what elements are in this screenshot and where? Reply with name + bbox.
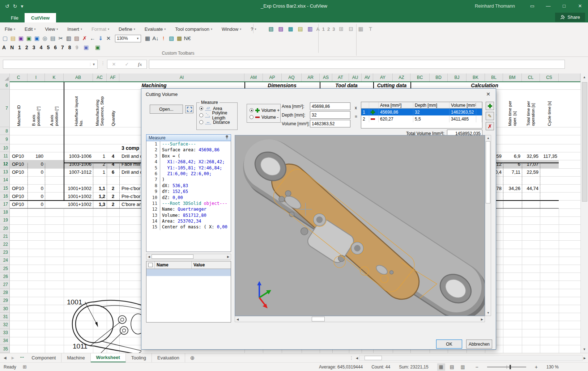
new-file-icon[interactable]: ▢ <box>1 35 9 42</box>
menu-tool-comparison[interactable]: Tool comparison▾ <box>175 26 212 32</box>
cell-C13[interactable]: OP10 <box>10 168 27 176</box>
scrollbar-thumb[interactable] <box>312 317 325 321</box>
row-header-29[interactable]: 29 <box>0 297 10 305</box>
cell-AF12[interactable]: 4 <box>107 160 119 168</box>
row-header-27[interactable]: 27 <box>0 281 10 288</box>
name-value-table[interactable]: Name Value <box>146 261 231 322</box>
row-header-20[interactable]: 20 <box>0 224 10 232</box>
scroll-right-icon[interactable]: ▶ <box>481 318 483 321</box>
row-header-17[interactable]: 17 <box>0 200 10 208</box>
menu-evaluate[interactable]: Evaluate▾ <box>145 26 166 32</box>
datasheet-time-icon[interactable]: ▧ <box>168 35 175 42</box>
mini-label-1[interactable]: 1 <box>322 26 325 32</box>
cell-BM12[interactable]: 6 <box>503 160 522 168</box>
row-header-16[interactable]: 16 <box>0 192 10 200</box>
toolbar-letter-8[interactable]: 8 <box>68 45 71 50</box>
scroll-right-icon[interactable]: ▶ <box>584 357 586 360</box>
zoom-combo[interactable]: 130%▼ <box>115 35 141 42</box>
cell-C15[interactable]: OP10 <box>10 184 27 192</box>
radio-polyline-length[interactable]: ⋱Polyline Length <box>199 112 237 119</box>
ribbon-tab-cutview[interactable]: CutView <box>25 13 56 22</box>
accessibility-icon[interactable]: ⊞ <box>23 364 27 370</box>
toolbar-letter-6[interactable]: 6 <box>54 45 57 50</box>
cell-AF16[interactable]: 2 <box>107 192 119 200</box>
scrollbar-thumb[interactable] <box>486 141 490 203</box>
column-header-BJ[interactable]: BJ <box>448 73 466 81</box>
column-header-AZ[interactable]: AZ <box>393 73 410 81</box>
row-header-31[interactable]: 31 <box>0 313 10 321</box>
link-data-icon[interactable]: ▩ <box>287 25 294 33</box>
sheet-horizontal-scrollbar[interactable]: ⋮ ◀ ▶ <box>349 353 588 363</box>
page-break-view-icon[interactable]: ▥ <box>459 363 467 371</box>
cell-I15[interactable]: 0 <box>27 184 45 192</box>
pin-icon[interactable] <box>225 135 229 141</box>
row-header-30[interactable]: 30 <box>0 305 10 313</box>
menu-window[interactable]: Window▾ <box>222 26 241 32</box>
copy-save-icon[interactable]: ▣ <box>94 44 101 51</box>
cell-CL11[interactable]: 32,95 <box>522 152 540 160</box>
volume-table-row-2[interactable]: 2620,275,53411,485 <box>361 115 482 122</box>
cell-I17[interactable]: 0 <box>27 200 45 208</box>
save-export-icon[interactable]: ▣ <box>25 35 33 42</box>
vt-header-4[interactable]: Volume [mm³] <box>449 102 476 108</box>
menu-define[interactable]: Define▾ <box>119 26 135 32</box>
row-header-25[interactable]: 25 <box>0 265 10 273</box>
column-header-C[interactable]: C <box>10 73 27 81</box>
zoom-level[interactable]: 130 % <box>546 364 559 370</box>
cell-AC13[interactable]: 1 <box>93 168 107 176</box>
paste-save-icon[interactable]: ▣ <box>82 44 90 51</box>
scroll-up-icon[interactable]: ▲ <box>581 75 588 79</box>
customize-quick-access-icon[interactable]: ▾ <box>21 3 23 9</box>
paste-icon[interactable]: ▨ <box>73 35 80 42</box>
row-header-15[interactable]: 15 <box>0 184 10 192</box>
dialog-close-icon[interactable]: ✕ <box>483 90 494 98</box>
download-values-icon[interactable]: ⇓ <box>97 35 104 42</box>
volume-table[interactable]: Area [mm²]Depth [mm]Volume [mm³]145698,8… <box>361 102 482 128</box>
tab-scroll-left-icon[interactable]: ◀ <box>4 356 7 360</box>
toolbar-letter-9[interactable]: 9 <box>76 45 78 50</box>
normal-view-icon[interactable]: ▦ <box>437 363 445 371</box>
viewport-horizontal-scrollbar[interactable]: ◀ ▶ <box>235 316 485 322</box>
cell-AC12[interactable]: 2 <box>93 160 107 168</box>
scrollbar-thumb[interactable] <box>152 254 193 259</box>
chart-values-icon[interactable]: ▩ <box>176 35 183 42</box>
column-header-AF[interactable]: AF <box>107 73 119 81</box>
calculator-icon[interactable]: ▦ <box>144 35 151 42</box>
toolbar-letter-2[interactable]: 2 <box>25 45 28 50</box>
cell-C17[interactable]: OP10 <box>10 200 27 208</box>
cell-AF13[interactable]: 6 <box>107 168 119 176</box>
cancel-button[interactable]: Abbrechen <box>466 340 492 349</box>
toolbar-letter-1[interactable]: 1 <box>18 45 21 50</box>
tab-overflow-dots[interactable]: ... <box>18 353 26 362</box>
row-header-34[interactable]: 34 <box>0 337 10 345</box>
copy-icon[interactable]: ▥ <box>65 35 72 42</box>
share-button[interactable]: Share <box>555 13 585 22</box>
ribbon-tab-file[interactable]: File <box>4 13 25 22</box>
row-header-22[interactable]: 22 <box>0 240 10 248</box>
cell-AB13[interactable]: 1007-1012 <box>64 168 93 176</box>
zoom-slider[interactable] <box>487 367 526 367</box>
row-header-33[interactable]: 33 <box>0 329 10 337</box>
cell-AC15[interactable]: 1,1 <box>93 184 107 192</box>
currency-icon[interactable]: N€ <box>184 35 191 42</box>
measure-output-list[interactable]: 1---Surface---2Surface area: 45698,863Bo… <box>146 141 231 252</box>
delete-row-button[interactable]: ✗ <box>486 122 494 130</box>
3d-viewport[interactable] <box>235 135 485 316</box>
cell-I13[interactable]: 0 <box>27 168 45 176</box>
volume-table-row-1[interactable]: 145698,86321462363,52 <box>361 109 482 115</box>
column-header-AT[interactable]: AT <box>332 73 349 81</box>
delete-icon[interactable]: ✗ <box>81 35 88 42</box>
remove-row-icon[interactable]: ← <box>89 35 96 42</box>
zoom-out-icon[interactable]: − <box>476 364 478 370</box>
measure-panel-header[interactable]: Measure <box>146 134 231 141</box>
scroll-down-icon[interactable]: ▼ <box>487 311 490 315</box>
column-header-AS[interactable]: AS <box>320 73 332 81</box>
page-layout-view-icon[interactable]: ▤ <box>448 363 456 371</box>
cell-AC11[interactable]: 1 <box>93 152 107 160</box>
insert-function-icon[interactable]: fx <box>138 62 142 67</box>
column-header-AC[interactable]: AC <box>93 73 107 81</box>
row-header-19[interactable]: 19 <box>0 216 10 224</box>
cell-AC16[interactable]: 1,2 <box>93 192 107 200</box>
row-header-28[interactable]: 28 <box>0 289 10 297</box>
scroll-left-icon[interactable]: ◀ <box>146 255 152 258</box>
